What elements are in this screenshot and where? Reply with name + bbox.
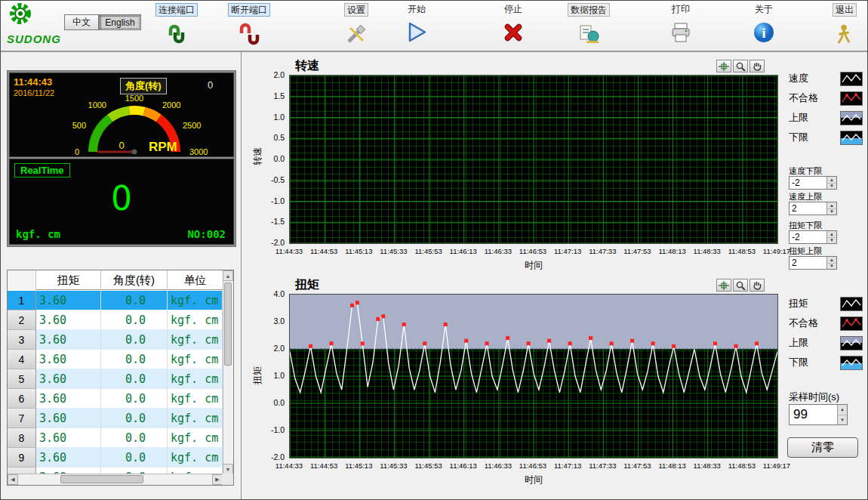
table-row[interactable]: 13.600.0kgf. cm — [8, 291, 223, 310]
table-row[interactable]: 33.600.0kgf. cm — [8, 330, 223, 350]
torque-lower-limit-label: 扭矩下限 — [789, 220, 822, 231]
scroll-up-button[interactable]: ▲ — [223, 270, 233, 281]
gauge-tick-3000: 3000 — [189, 147, 208, 156]
start-button[interactable]: 开始 — [390, 3, 443, 45]
increment-button[interactable]: ▲ — [838, 405, 847, 415]
language-toggle: 中文 English — [64, 14, 141, 30]
table-header: 扭矩 角度(转) 单位 — [8, 270, 223, 290]
gauge-tick-2000: 2000 — [162, 100, 180, 110]
table-row[interactable]: 93.600.0kgf. cm — [8, 448, 223, 468]
start-icon — [404, 20, 429, 45]
table-row[interactable]: 43.600.0kgf. cm — [8, 350, 223, 369]
settings-button[interactable]: 设置 — [330, 3, 383, 47]
table-row[interactable]: 83.600.0kgf. cm — [8, 428, 223, 448]
y-tick-label: 1.0 — [273, 113, 285, 122]
x-tick-label: 11:44:33 — [275, 247, 303, 255]
about-icon: i — [751, 20, 777, 45]
print-button[interactable]: 打印 — [654, 3, 707, 45]
stop-button[interactable]: 停止 — [487, 3, 540, 45]
decrement-button[interactable]: ▼ — [827, 238, 836, 244]
data-report-icon — [576, 21, 602, 47]
english-language-button[interactable]: English — [99, 14, 141, 30]
x-tick-label: 11:47:53 — [623, 461, 651, 470]
crosshair-tool-button[interactable] — [716, 279, 731, 292]
table-cell: kgf. cm — [168, 291, 223, 310]
table-row[interactable]: 63.600.0kgf. cm — [8, 389, 223, 409]
y-tick-label: -1.0 — [271, 425, 285, 434]
horizontal-scroll-thumb[interactable] — [60, 475, 143, 483]
chinese-language-button[interactable]: 中文 — [64, 14, 99, 30]
x-tick-label: 11:45:53 — [414, 461, 442, 470]
lower-limit-icon — [840, 356, 863, 370]
rpm-value: 0 — [119, 140, 124, 151]
table-cell: 0.0 — [101, 369, 168, 389]
horizontal-scrollbar[interactable]: ◀ ▶ — [8, 474, 223, 485]
angle-value: 0 — [208, 79, 213, 91]
speed-plot-area[interactable] — [289, 75, 778, 244]
sample-time-spinner[interactable]: 99 ▲▼ — [789, 404, 848, 425]
row-number: 8 — [8, 428, 36, 448]
y-tick-label: -1.5 — [271, 217, 285, 226]
torque-chart-tools — [716, 279, 765, 292]
speed-upper-limit-spinner[interactable]: 2 ▲▼ — [789, 202, 837, 215]
vertical-scrollbar[interactable]: ▲ ▼ — [223, 270, 233, 474]
increment-button[interactable]: ▲ — [827, 231, 836, 238]
speed-lower-limit-spinner[interactable]: -2 ▲▼ — [789, 176, 837, 190]
torque-upper-limit-spinner[interactable]: 2 ▲▼ — [789, 256, 837, 270]
speed-x-axis-label: 时间 — [289, 259, 778, 272]
speed-lower-limit-value[interactable]: -2 — [790, 177, 826, 189]
legend-item-fail[interactable]: 不合格 — [787, 88, 864, 108]
scroll-down-button[interactable]: ▼ — [223, 464, 233, 474]
speed-y-axis-ticks: 2.01.51.00.50.0-0.5-1.0-1.5-2.0 — [259, 75, 286, 244]
table-row[interactable]: 53.600.0kgf. cm — [8, 369, 223, 389]
gear-logo-icon — [7, 2, 37, 29]
legend-item-fail[interactable]: 不合格 — [787, 313, 864, 333]
speed-upper-limit-value[interactable]: 2 — [790, 202, 826, 215]
vertical-scroll-thumb[interactable] — [224, 282, 232, 366]
legend-item-speed[interactable]: 速度 — [787, 69, 864, 88]
y-tick-label: -2.0 — [271, 238, 285, 247]
decrement-button[interactable]: ▼ — [827, 184, 836, 190]
crosshair-tool-button[interactable] — [716, 60, 731, 73]
x-tick-label: 11:48:13 — [658, 247, 685, 255]
disconnect-port-button[interactable]: 断开端口 — [223, 3, 275, 47]
increment-button[interactable]: ▲ — [827, 257, 836, 264]
table-row[interactable]: 23.600.0kgf. cm — [8, 310, 223, 330]
legend-item-upper-limit[interactable]: 上限 — [787, 108, 864, 128]
decrement-button[interactable]: ▼ — [827, 209, 836, 215]
increment-button[interactable]: ▲ — [827, 177, 836, 184]
connect-port-icon — [164, 21, 189, 47]
x-tick-label: 11:46:33 — [485, 461, 512, 470]
increment-button[interactable]: ▲ — [827, 202, 836, 209]
torque-lower-limit-value[interactable]: -2 — [790, 231, 826, 243]
pan-tool-button[interactable] — [749, 60, 765, 73]
table-row[interactable]: 73.600.0kgf. cm — [8, 409, 223, 428]
legend-item-lower-limit[interactable]: 下限 — [787, 353, 864, 372]
realtime-value: 0 — [10, 179, 233, 218]
pan-tool-button[interactable] — [749, 279, 765, 292]
legend-item-upper-limit[interactable]: 上限 — [787, 333, 864, 353]
torque-plot-area[interactable] — [289, 294, 778, 458]
scroll-right-button[interactable]: ▶ — [212, 474, 223, 485]
x-tick-label: 11:48:13 — [658, 461, 685, 470]
scroll-left-button[interactable]: ◀ — [8, 474, 18, 485]
print-label: 打印 — [672, 3, 690, 15]
decrement-button[interactable]: ▼ — [838, 415, 847, 425]
torque-lower-limit-spinner[interactable]: -2 ▲▼ — [789, 230, 837, 244]
legend-item-torque[interactable]: 扭矩 — [787, 294, 864, 313]
sample-time-value[interactable]: 99 — [790, 405, 837, 424]
connect-port-button[interactable]: 连接端口 — [150, 3, 203, 47]
exit-button[interactable]: 退出 — [823, 3, 866, 47]
legend-item-lower-limit[interactable]: 下限 — [787, 128, 864, 147]
zoom-tool-button[interactable] — [733, 279, 748, 292]
data-report-button[interactable]: 数据报告 — [562, 3, 615, 47]
about-button[interactable]: 关于 i — [737, 3, 790, 45]
disconnect-port-icon — [236, 21, 262, 47]
zoom-tool-button[interactable] — [733, 60, 748, 73]
connect-port-label: 连接端口 — [155, 3, 198, 17]
y-tick-label: 0.0 — [273, 398, 285, 407]
torque-upper-limit-value[interactable]: 2 — [790, 257, 826, 269]
decrement-button[interactable]: ▼ — [827, 264, 836, 270]
clear-button[interactable]: 清零 — [787, 437, 858, 458]
x-tick-label: 11:49:17 — [763, 247, 790, 255]
